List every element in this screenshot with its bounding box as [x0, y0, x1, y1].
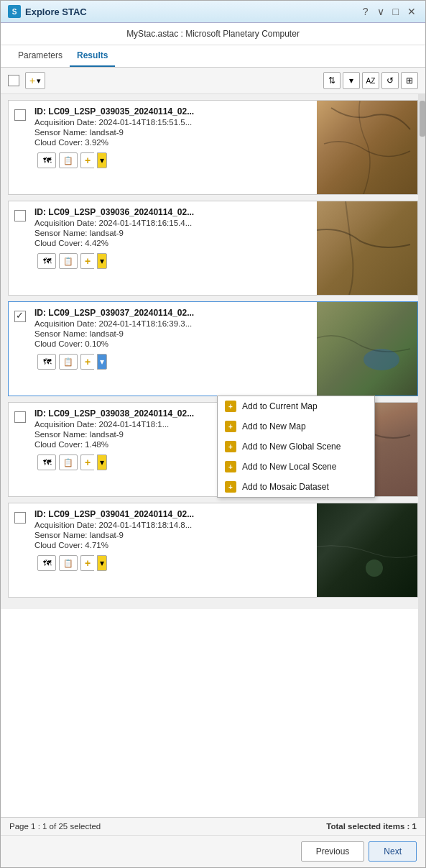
- add-new-map-icon: +: [225, 421, 236, 432]
- tab-parameters[interactable]: Parameters: [11, 45, 70, 67]
- add-button[interactable]: + ▾: [25, 72, 45, 89]
- sort-az-button[interactable]: AZ: [362, 72, 379, 89]
- card-1-copy-btn[interactable]: 📋: [59, 152, 78, 168]
- tab-bar: Parameters Results: [1, 45, 425, 68]
- window-controls: ? ∨ □ ✕: [361, 6, 418, 17]
- card-5-left: [9, 503, 32, 597]
- card-5-dropdown-arrow: ▾: [100, 558, 104, 568]
- card-3-copy-btn[interactable]: 📋: [59, 354, 78, 370]
- svg-point-0: [364, 349, 399, 370]
- results-wrapper: ID: LC09_L2SP_039035_20240114_02... Acqu…: [1, 94, 425, 817]
- add-local-scene-label: Add to New Local Scene: [242, 462, 336, 472]
- view-icon-5: 🗺: [43, 559, 51, 567]
- card-3-view-btn[interactable]: 🗺: [37, 354, 56, 370]
- add-dropdown-arrow[interactable]: ▾: [37, 76, 41, 86]
- result-card-5: ID: LC09_L2SP_039041_20240114_02... Acqu…: [8, 503, 418, 598]
- menu-item-add-current-map[interactable]: + Add to Current Map: [218, 396, 374, 416]
- export-button[interactable]: ⊞: [401, 72, 418, 89]
- card-5-copy-btn[interactable]: 📋: [59, 555, 78, 571]
- sort-dropdown-button[interactable]: ▾: [343, 72, 360, 89]
- help-button[interactable]: ?: [361, 6, 371, 17]
- card-2-sensor: Sensor Name: landsat-9: [34, 229, 312, 237]
- card-3-dropdown-arrow: ▾: [100, 357, 104, 367]
- card-1-add-main[interactable]: +: [80, 152, 94, 168]
- card-5-id: ID: LC09_L2SP_039041_20240114_02...: [34, 509, 312, 519]
- next-button[interactable]: Next: [369, 841, 417, 862]
- card-1-view-btn[interactable]: 🗺: [37, 152, 56, 168]
- view-icon-2: 🗺: [43, 257, 51, 265]
- page-info: Page 1 : 1 of 25 selected: [9, 822, 101, 831]
- card-4-checkbox[interactable]: [14, 411, 26, 423]
- add-dropdown-menu: + Add to Current Map + Add to New Map + …: [217, 396, 375, 498]
- card-2-copy-btn[interactable]: 📋: [59, 253, 78, 269]
- card-5-info: ID: LC09_L2SP_039041_20240114_02... Acqu…: [32, 503, 317, 597]
- card-3-cloud: Cloud Cover: 0.10%: [34, 339, 312, 348]
- add-current-map-label: Add to Current Map: [242, 401, 318, 411]
- status-bar: Page 1 : 1 of 25 selected Total selected…: [1, 817, 425, 835]
- sort-updown-button[interactable]: ⇅: [323, 72, 341, 89]
- card-3-add-dropdown[interactable]: ▾: [97, 354, 107, 370]
- card-2-add-dropdown[interactable]: ▾: [97, 253, 107, 269]
- menu-item-add-new-map[interactable]: + Add to New Map: [218, 416, 374, 437]
- card-3-actions: 🗺 📋 + ▾: [34, 351, 312, 374]
- sort-dropdown-arrow: ▾: [349, 76, 353, 86]
- app-icon: S: [8, 5, 21, 18]
- card-4-add-dropdown[interactable]: ▾: [97, 454, 107, 470]
- card-3-sensor: Sensor Name: landsat-9: [34, 329, 312, 338]
- sort-updown-icon: ⇅: [328, 76, 335, 86]
- card-1-add-dropdown[interactable]: ▾: [97, 152, 107, 168]
- view-icon-3: 🗺: [43, 357, 51, 366]
- previous-button[interactable]: Previous: [301, 841, 365, 862]
- scrollbar-track: [418, 94, 425, 817]
- card-4-add-main[interactable]: +: [80, 454, 94, 470]
- card-1-date: Acquisition Date: 2024-01-14T18:15:51.5.…: [34, 118, 312, 127]
- menu-item-add-global-scene[interactable]: + Add to New Global Scene: [218, 437, 374, 457]
- menu-item-add-mosaic[interactable]: + Add to Mosaic Dataset: [218, 477, 374, 497]
- card-1-sensor: Sensor Name: landsat-9: [34, 128, 312, 137]
- scrollbar-thumb[interactable]: [420, 101, 425, 137]
- card-5-sensor: Sensor Name: landsat-9: [34, 531, 312, 539]
- maximize-button[interactable]: □: [391, 6, 401, 17]
- add-global-scene-label: Add to New Global Scene: [242, 442, 341, 452]
- card-2-add-main[interactable]: +: [80, 253, 94, 269]
- card-2-cloud: Cloud Cover: 4.42%: [34, 239, 312, 247]
- card-3-add-main[interactable]: +: [80, 354, 94, 370]
- card-2-id: ID: LC09_L2SP_039036_20240114_02...: [34, 207, 312, 217]
- sort-az-icon: AZ: [366, 77, 376, 85]
- card-2-dropdown-arrow: ▾: [100, 256, 104, 266]
- card-3-left: [9, 302, 32, 396]
- selected-info: Total selected items : 1: [326, 822, 417, 831]
- card-4-view-btn[interactable]: 🗺: [37, 454, 56, 470]
- result-card-1: ID: LC09_L2SP_039035_20240114_02... Acqu…: [8, 100, 418, 195]
- card-2-view-btn[interactable]: 🗺: [37, 253, 56, 269]
- result-card-3: ID: LC09_L2SP_039037_20240114_02... Acqu…: [8, 301, 418, 396]
- card-5-add-main[interactable]: +: [80, 555, 94, 571]
- card-2-date: Acquisition Date: 2024-01-14T18:16:15.4.…: [34, 219, 312, 227]
- card-5-date: Acquisition Date: 2024-01-14T18:18:14.8.…: [34, 521, 312, 529]
- card-2-left: [9, 201, 32, 295]
- copy-icon-3: 📋: [63, 357, 73, 367]
- add-mosaic-icon: +: [225, 481, 236, 493]
- add-main-icon-4: +: [85, 457, 91, 468]
- menu-item-add-local-scene[interactable]: + Add to New Local Scene: [218, 457, 374, 477]
- card-5-thumbnail: [317, 503, 417, 597]
- add-global-scene-icon: +: [225, 441, 236, 452]
- minimize-button[interactable]: ∨: [375, 6, 386, 17]
- card-2-checkbox[interactable]: [14, 210, 26, 221]
- card-5-view-btn[interactable]: 🗺: [37, 555, 56, 571]
- card-2-thumbnail: [317, 201, 417, 295]
- add-new-map-label: Add to New Map: [242, 421, 306, 431]
- card-5-add-dropdown[interactable]: ▾: [97, 555, 107, 571]
- select-all-checkbox[interactable]: [8, 75, 19, 86]
- refresh-button[interactable]: ↺: [381, 72, 399, 89]
- card-2-info: ID: LC09_L2SP_039036_20240114_02... Acqu…: [32, 201, 317, 295]
- card-3-checkbox[interactable]: [14, 311, 26, 322]
- card-1-checkbox[interactable]: [14, 109, 26, 121]
- view-icon-4: 🗺: [43, 458, 51, 467]
- add-main-icon-2: +: [85, 255, 91, 267]
- pagination: Previous Next: [1, 835, 425, 867]
- card-5-checkbox[interactable]: [14, 512, 26, 524]
- close-button[interactable]: ✕: [405, 6, 418, 17]
- card-4-copy-btn[interactable]: 📋: [59, 454, 78, 470]
- tab-results[interactable]: Results: [70, 45, 115, 67]
